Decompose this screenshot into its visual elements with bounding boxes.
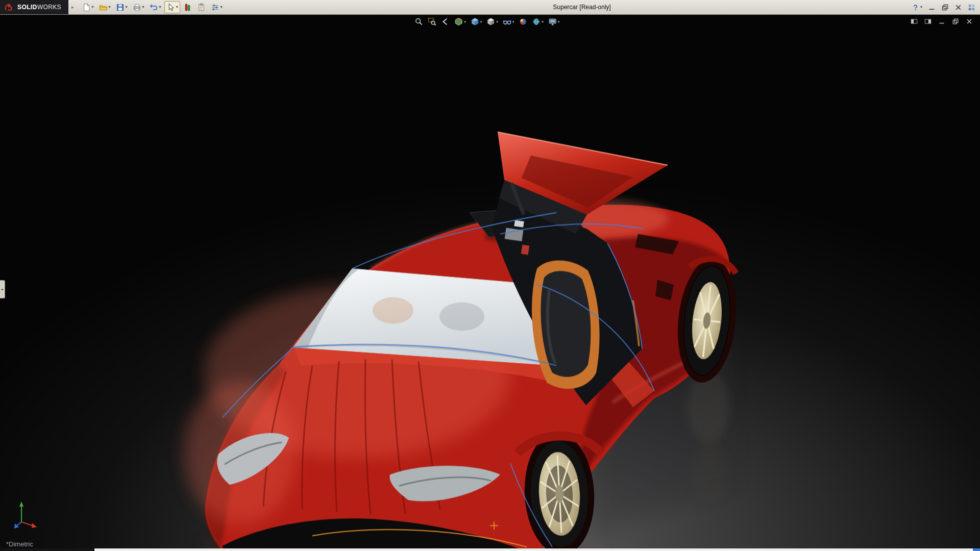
open-folder-button[interactable]: ▾ xyxy=(97,1,113,13)
win-close-button[interactable] xyxy=(952,1,964,13)
win-minimize-icon xyxy=(938,18,945,25)
headsup-view-toolbar: ▾▾▾▾▾▾ xyxy=(413,16,561,27)
hide-show-items-icon xyxy=(503,17,511,26)
main-toolbar: ▾▾▾▾▾▾▾ xyxy=(80,1,225,13)
titlebar: SOLIDWORKS ▸ ▾▾▾▾▾▾▾ Supercar [Read-only… xyxy=(0,0,980,15)
open-folder-icon xyxy=(99,3,108,12)
collapse-right-icon: ▸ xyxy=(3,288,4,291)
view-orientation-icon xyxy=(471,17,479,26)
dropdown-caret-icon[interactable]: ▾ xyxy=(464,20,466,23)
undo-button[interactable]: ▾ xyxy=(148,1,163,13)
new-document-button[interactable]: ▾ xyxy=(80,1,96,13)
sliders-icon xyxy=(211,3,219,12)
resources-grid-button[interactable] xyxy=(966,1,977,13)
status-bar-left-gap xyxy=(0,548,94,551)
status-bar xyxy=(0,548,980,551)
hide-show-items-button[interactable]: ▾ xyxy=(501,16,516,27)
dropdown-caret-icon[interactable]: ▾ xyxy=(109,5,111,9)
dropdown-caret-icon[interactable]: ▾ xyxy=(542,20,544,23)
window-title: Supercar [Read-only] xyxy=(184,4,980,11)
win-minimize-button[interactable] xyxy=(936,16,947,27)
sliders-button[interactable]: ▾ xyxy=(209,1,225,13)
help-icon xyxy=(912,4,919,11)
undo-icon xyxy=(150,3,158,12)
status-bar-body xyxy=(94,548,973,551)
print-button[interactable]: ▾ xyxy=(131,1,146,13)
win-close-button[interactable] xyxy=(964,16,975,27)
split-pane-left-button[interactable] xyxy=(909,16,920,27)
apply-scene-button[interactable]: ▾ xyxy=(530,16,545,27)
section-view-button[interactable]: ▾ xyxy=(453,16,468,27)
previous-view-icon xyxy=(441,17,450,26)
view-settings-icon xyxy=(548,17,557,26)
help-button[interactable]: ▾ xyxy=(910,1,924,13)
select-cursor-icon xyxy=(166,3,175,12)
dropdown-caret-icon[interactable]: ▾ xyxy=(920,5,922,9)
toolbar-expand-icon[interactable]: ▸ xyxy=(70,5,75,10)
dropdown-caret-icon[interactable]: ▾ xyxy=(159,5,161,9)
brand-works: WORKS xyxy=(37,4,61,11)
new-document-icon xyxy=(82,3,91,12)
select-cursor-button[interactable]: ▾ xyxy=(164,1,180,13)
dropdown-caret-icon[interactable]: ▾ xyxy=(92,5,94,9)
display-style-icon xyxy=(486,17,495,26)
win-restore-button[interactable] xyxy=(950,16,961,27)
clipboard-button[interactable] xyxy=(195,1,208,13)
dropdown-caret-icon[interactable]: ▾ xyxy=(480,20,482,23)
view-settings-button[interactable]: ▾ xyxy=(547,16,561,27)
dropdown-caret-icon[interactable]: ▾ xyxy=(558,20,560,23)
win-minimize-button[interactable] xyxy=(926,1,938,13)
dropdown-caret-icon[interactable]: ▾ xyxy=(220,5,223,9)
driver-seat[interactable] xyxy=(532,261,600,389)
color-swatch-button[interactable] xyxy=(181,1,194,13)
split-pane-left-icon xyxy=(911,18,918,25)
view-orientation-button[interactable]: ▾ xyxy=(469,16,484,27)
win-restore-icon xyxy=(941,4,949,11)
section-view-icon xyxy=(454,17,463,26)
save-button[interactable]: ▾ xyxy=(114,1,130,13)
document-window-controls xyxy=(909,16,975,27)
titlebar-window-controls: ▾ xyxy=(910,1,980,13)
zoom-to-fit-icon xyxy=(414,17,423,26)
view-orientation-label: *Dimetric xyxy=(6,540,33,548)
supercar-model[interactable] xyxy=(0,15,980,548)
solidworks-logo: SOLIDWORKS xyxy=(0,0,68,14)
win-close-icon xyxy=(966,18,973,25)
win-restore-button[interactable] xyxy=(939,1,951,13)
brand-solid: SOLID xyxy=(17,4,37,11)
apply-scene-icon xyxy=(532,17,541,26)
display-style-button[interactable]: ▾ xyxy=(485,16,500,27)
clipboard-icon xyxy=(197,3,206,12)
zoom-to-area-button[interactable] xyxy=(426,16,438,27)
win-minimize-icon xyxy=(928,4,936,11)
dropdown-caret-icon[interactable]: ▾ xyxy=(512,20,514,23)
print-icon xyxy=(133,3,141,12)
win-close-icon xyxy=(954,4,962,11)
previous-view-button[interactable] xyxy=(439,16,451,27)
dropdown-caret-icon[interactable]: ▾ xyxy=(496,20,498,23)
split-pane-right-icon xyxy=(924,18,932,25)
zoom-to-fit-button[interactable] xyxy=(413,16,425,27)
win-restore-icon xyxy=(952,18,959,25)
zoom-to-area-icon xyxy=(428,17,436,26)
split-pane-right-button[interactable] xyxy=(922,16,934,27)
edit-appearance-icon xyxy=(519,17,527,26)
dropdown-caret-icon[interactable]: ▾ xyxy=(176,5,178,9)
resources-grid-icon xyxy=(968,4,975,11)
orientation-triad xyxy=(13,499,40,531)
graphics-area[interactable]: ▾▾▾▾▾▾ xyxy=(0,15,980,548)
dropdown-caret-icon[interactable]: ▾ xyxy=(142,5,144,9)
dassault-logo-mark xyxy=(4,4,14,11)
brand-text: SOLIDWORKS xyxy=(17,4,61,11)
save-icon xyxy=(116,3,125,12)
resize-corner xyxy=(973,548,980,551)
color-swatch-icon xyxy=(183,3,192,12)
dropdown-caret-icon[interactable]: ▾ xyxy=(126,5,128,9)
edit-appearance-button[interactable] xyxy=(517,16,529,27)
panel-expand-tab[interactable]: ◂▸ xyxy=(0,280,5,298)
